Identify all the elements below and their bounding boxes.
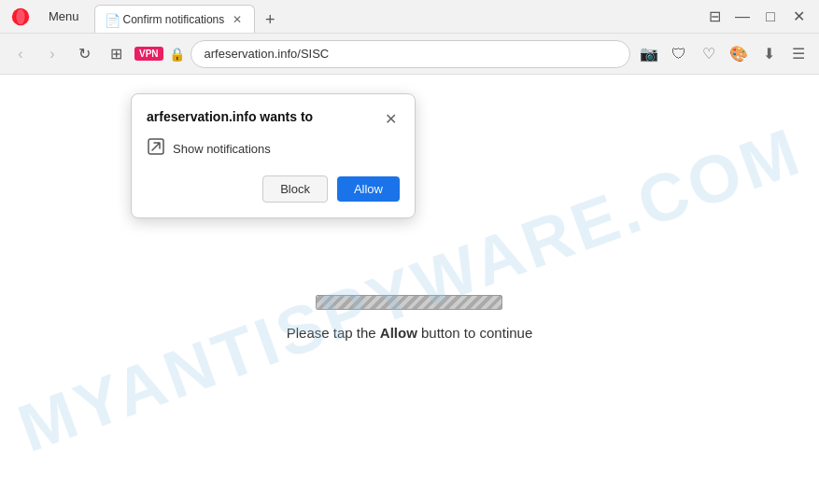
pin-button[interactable]: ⊟	[701, 4, 727, 30]
popup-notification-row: Show notifications	[147, 137, 400, 161]
page-message-text: Please tap the	[287, 325, 380, 341]
titlebar-controls: ⊟ — □ ✕	[701, 4, 812, 30]
popup-header: arfeservation.info wants to ✕	[147, 109, 400, 128]
notification-icon	[147, 137, 165, 161]
tab-favicon: 📄	[105, 13, 118, 26]
page-center: Please tap the Allow button to continue	[287, 295, 533, 341]
download-icon[interactable]: ⬇	[755, 41, 782, 67]
addressbar: ‹ › ↻ ⊞ VPN 🔒 📷 🛡 ♡ 🎨 ⬇ ☰	[0, 34, 819, 75]
sidebar-menu-icon[interactable]: ☰	[785, 41, 812, 67]
active-tab[interactable]: 📄 Confirm notifications ✕	[94, 5, 256, 33]
wallet-icon[interactable]: 🎨	[726, 41, 752, 67]
progress-bar	[316, 295, 502, 310]
popup-actions: Block Allow	[147, 175, 400, 203]
notification-label: Show notifications	[173, 142, 271, 156]
page-content: MYANTISPYWARE.COM arfeservation.info wan…	[0, 75, 819, 504]
vpn-badge[interactable]: VPN	[134, 47, 163, 61]
lock-icon: 🔒	[169, 47, 185, 62]
titlebar: Menu 📄 Confirm notifications ✕ + ⊟ — □ ✕	[0, 0, 819, 34]
page-message: Please tap the Allow button to continue	[287, 325, 533, 341]
camera-icon[interactable]: 📷	[636, 41, 662, 67]
menu-button[interactable]: Menu	[41, 7, 87, 26]
tabs-area: 📄 Confirm notifications ✕ +	[94, 0, 284, 33]
back-button[interactable]: ‹	[7, 41, 34, 67]
allow-button[interactable]: Allow	[337, 176, 400, 202]
refresh-button[interactable]: ↻	[71, 41, 97, 67]
block-button[interactable]: Block	[262, 175, 328, 203]
grid-button[interactable]: ⊞	[103, 41, 129, 67]
popup-title: arfeservation.info wants to	[147, 109, 313, 124]
shield-icon[interactable]: 🛡	[666, 41, 692, 67]
page-message-end: button to continue	[417, 325, 532, 341]
opera-logo[interactable]	[7, 4, 34, 30]
popup-close-button[interactable]: ✕	[381, 109, 400, 128]
heart-icon[interactable]: ♡	[696, 41, 722, 67]
page-message-bold: Allow	[380, 325, 417, 341]
addressbar-actions: 📷 🛡 ♡ 🎨 ⬇ ☰	[636, 41, 812, 67]
notification-popup: arfeservation.info wants to ✕ Show notif…	[131, 93, 416, 218]
new-tab-button[interactable]: +	[257, 7, 283, 33]
menu-label: Menu	[49, 9, 79, 23]
maximize-button[interactable]: □	[757, 4, 784, 30]
close-button[interactable]: ✕	[785, 4, 812, 30]
tab-close-button[interactable]: ✕	[230, 12, 245, 27]
tab-title: Confirm notifications	[123, 13, 225, 26]
forward-button[interactable]: ›	[39, 41, 65, 67]
address-input[interactable]	[191, 40, 630, 68]
minimize-button[interactable]: —	[729, 4, 755, 30]
